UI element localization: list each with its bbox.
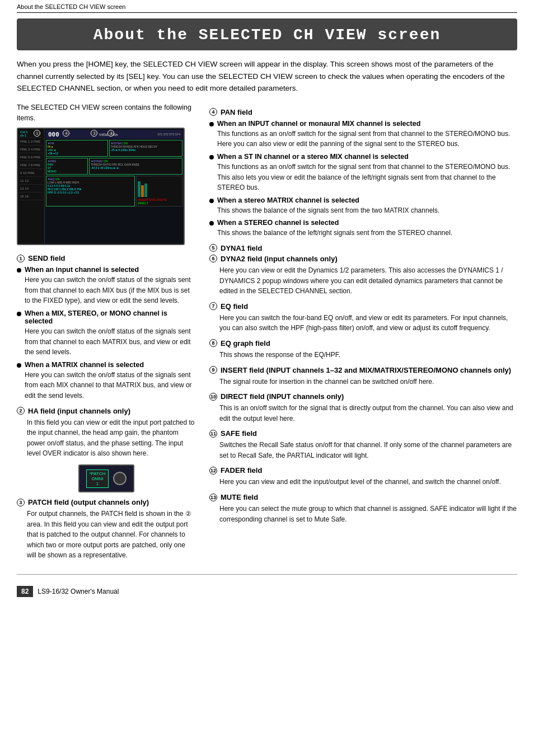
send-bullet-1: When an input channel is selected Here y…	[17, 266, 196, 306]
fader-body: Here you can view and edit the input/out…	[219, 477, 517, 487]
screen-direct-label: DIRECT	[138, 201, 181, 205]
footer-divider	[17, 574, 517, 575]
page-number: 82	[17, 586, 33, 597]
section-send-label: SEND field	[28, 254, 65, 262]
screen-st-labels: ST1 ST2 ST3 ST4	[157, 133, 180, 136]
screen-ch-row: PRE 5 6 PRE	[19, 153, 43, 161]
screen-ch-row: PRE 7 8 PRE	[19, 161, 43, 169]
screen-faders	[138, 177, 181, 197]
bullet-dot	[17, 363, 21, 368]
section-safe-label: SAFE field	[221, 429, 257, 438]
bullet-content: When a MATRIX channel is selected Here y…	[25, 361, 196, 401]
section-dyna2-label: DYNA2 field (input channels only)	[221, 255, 338, 263]
bullet-title: When an INPUT channel or monaural MIX ch…	[217, 120, 517, 128]
pan-bullet-3: When a stereo MATRIX channel is selected…	[209, 196, 517, 216]
dyna-body: Here you can view or edit the Dynamics 1…	[219, 265, 517, 297]
section-eq: 7 EQ field Here you can switch the four-…	[209, 302, 517, 334]
screen-inner: CH 1ch 1 PRE 1 2 PRE PRE 3 4 PRE PRE 5 6…	[18, 129, 184, 244]
patch-label-container: *PATCH OMNI 1	[86, 469, 108, 488]
patch-circle	[113, 472, 127, 485]
section-safe: 11 SAFE field Switches the Recall Safe s…	[209, 429, 517, 461]
section-safe-heading: 11 SAFE field	[209, 429, 517, 438]
bullet-body: Here you can switch the on/off status of…	[25, 326, 196, 358]
direct-body: This is an on/off switch for the signal …	[219, 403, 517, 424]
section-patch-label: PATCH field (output channels only)	[28, 498, 149, 506]
callout-6: 6	[209, 255, 217, 262]
top-bar: About the SELECTED CH VIEW screen	[17, 0, 517, 13]
callout-8: 8	[209, 339, 217, 347]
callout-13: 13	[209, 494, 217, 501]
screen-ch-row: 13 14	[19, 185, 43, 192]
title-box: About the SELECTED CH VIEW screen	[17, 18, 517, 50]
section-eq-graph-label: EQ graph field	[221, 339, 270, 348]
section-mute: 13 MUTE field Here you can select the mu…	[209, 493, 517, 524]
bullet-body: This functions as an on/off switch for t…	[217, 162, 517, 193]
bullet-dot	[17, 312, 21, 316]
patch-omni: OMNI	[89, 476, 105, 481]
section-direct: 10 DIRECT field (INPUT channels only) Th…	[209, 392, 517, 424]
safe-body: Switches the Recall Safe status on/off f…	[219, 440, 517, 461]
section-dyna: 5 DYNA1 field 6 DYNA2 field (input chann…	[209, 244, 517, 297]
pan-bullet-2: When a ST IN channel or a stereo MIX cha…	[209, 153, 517, 193]
section-fader-heading: 12 FADER field	[209, 466, 517, 475]
section-mute-label: MUTE field	[221, 493, 258, 501]
section-direct-heading: 10 DIRECT field (INPUT channels only)	[209, 392, 517, 401]
screen-fader-block: INSERT SAFE ROUTE DIRECT	[136, 176, 182, 206]
screen-ch-row: PRE 1 2 PRE	[19, 138, 43, 145]
bullet-dot	[209, 199, 214, 203]
screen-ch-row: 9 10 PRE	[19, 169, 43, 177]
section-insert: 9 INSERT field (INPUT channels 1–32 and …	[209, 366, 517, 387]
section-insert-heading: 9 INSERT field (INPUT channels 1–32 and …	[209, 366, 517, 374]
ha-body: In this field you can view or edit the i…	[27, 417, 196, 459]
screen-second-row: ▼PAN PAN ST MONO ▼DYNA2 ON THRESH RATIO …	[46, 158, 182, 175]
mute-body: Here you can select the mute group to wh…	[219, 504, 517, 524]
section-send-heading: 1 SEND field	[17, 254, 196, 262]
section-pan: 4 PAN field When an INPUT channel or mon…	[209, 108, 517, 238]
screen-dyna2-block: ▼DYNA2 ON THRESH RATIO ATK RCL GAIN KNEE…	[89, 158, 182, 175]
bullet-title: When a STEREO channel is selected	[217, 219, 452, 227]
callout-3: 3	[17, 499, 25, 506]
bullet-body: This shows the balance of the signals se…	[217, 205, 439, 216]
section-eq-graph: 8 EQ graph field This shows the response…	[209, 339, 517, 360]
section-patch: 3 PATCH field (output channels only) For…	[17, 498, 196, 561]
callout-1: 1	[17, 255, 25, 262]
patch-num: 1	[89, 481, 105, 486]
bullet-title: When a stereo MATRIX channel is selected	[217, 196, 439, 204]
top-bar-label: About the SELECTED CH VIEW screen	[17, 3, 125, 10]
main-content: The SELECTED CH VIEW screen contains the…	[17, 102, 517, 561]
screen-ha-block: ▼HA IN ● +6U ⊕ +56 ▪▪12	[46, 140, 108, 157]
screen-dyna1-block: ▼DYNA1 ON THRESH RANGE ATK HOLD DECAY -2…	[109, 140, 182, 157]
bullet-body: Here you can switch the on/off status of…	[25, 370, 196, 401]
bullet-dot	[209, 122, 214, 126]
section-eq-heading: 7 EQ field	[209, 302, 517, 311]
fader-bar	[144, 184, 147, 198]
callout-7: 7	[209, 302, 217, 310]
section-pan-label: PAN field	[221, 108, 252, 116]
bullet-body: This shows the balance of the left/right…	[217, 228, 452, 238]
section-fader-label: FADER field	[221, 466, 262, 475]
section-eq-label: EQ field	[221, 302, 248, 311]
bullet-content: When a MIX, STEREO, or MONO channel is s…	[25, 309, 196, 358]
eq-body: Here you can switch the four-band EQ on/…	[219, 313, 517, 334]
pan-bullet-1: When an INPUT channel or monaural MIX ch…	[209, 120, 517, 149]
section-patch-heading: 3 PATCH field (output channels only)	[17, 498, 196, 506]
section-mute-heading: 13 MUTE field	[209, 493, 517, 501]
bullet-dot	[209, 221, 214, 226]
screen-eq-row: ▼EQ ON LOW L-MID H-MID HIGH 0.11 4.5 0.5…	[46, 176, 182, 206]
bullet-title: When a ST IN channel or a stereo MIX cha…	[217, 153, 517, 161]
screen-ch-row: 15 16	[19, 192, 43, 200]
bullet-dot	[209, 155, 214, 159]
callout-4: 4	[209, 108, 217, 116]
patch-title: *PATCH	[89, 471, 105, 476]
callout-2: 2	[17, 407, 25, 415]
screen-channels: CH 1ch 1 PRE 1 2 PRE PRE 3 4 PRE PRE 5 6…	[18, 129, 45, 244]
bullet-body: This functions as an on/off switch for t…	[217, 129, 517, 149]
bullet-content: When a STEREO channel is selected This s…	[217, 219, 452, 238]
callout-9: 9	[209, 366, 217, 374]
section-ha-label: HA field (input channels only)	[28, 407, 130, 415]
bullet-dot	[17, 268, 21, 273]
section-dyna2-heading: 6 DYNA2 field (input channels only)	[209, 255, 517, 263]
callout-12: 12	[209, 467, 217, 475]
screen-ch-row: PRE 3 4 PRE	[19, 145, 43, 153]
section-send: 1 SEND field When an input channel is se…	[17, 254, 196, 401]
